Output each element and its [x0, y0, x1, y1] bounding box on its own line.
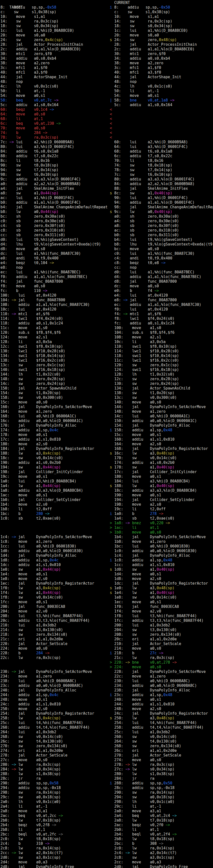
- mnemonic: lui: [18, 479, 36, 484]
- mnemonic: nop: [130, 265, 148, 270]
- address: 180:: [0, 442, 9, 446]
- address: 2a0:: [0, 800, 9, 804]
- current-line: 20: move s0,a0: [110, 33, 159, 38]
- target-line: 124: move a2,s1: [0, 335, 47, 339]
- mnemonic: addiu: [18, 683, 36, 688]
- operands: zero,0x134(s0): [36, 632, 67, 637]
- address: bc:: [0, 214, 7, 219]
- address: 1d8:: [0, 558, 9, 562]
- branch-target-arrow-icon: ~>: [126, 850, 130, 855]
- address: 18c:: [114, 488, 123, 493]
- mnemonic: move: [132, 335, 150, 339]
- mnemonic: sw: [130, 168, 148, 172]
- mnemonic: sw: [130, 19, 148, 24]
- address: 268:: [0, 735, 9, 739]
- current-line: 2d0: jal DynaPolyInfo_Free: [110, 865, 188, 868]
- mnemonic: sw: [132, 363, 150, 367]
- operands: zero,0x24(sp): [36, 381, 65, 386]
- asm-row: 1e4: move a0,s1 1d4: move a0,s1: [0, 572, 213, 577]
- mnemonic: jal: [16, 205, 34, 209]
- diff-marker: <: [110, 121, 112, 126]
- target-line: 90: sw t8,0x18(sp): [0, 163, 59, 167]
- address: 218:: [114, 651, 123, 655]
- asm-row: 80: lui a3,%hi(D_06001F4C) 64: lui a3,%h…: [0, 145, 213, 149]
- current-line: 25c: lui a1,0x3db2: [110, 730, 170, 735]
- mnemonic: addiu: [18, 781, 36, 785]
- operands: at,0x4120: [36, 307, 56, 311]
- address: c8:: [114, 261, 121, 265]
- mnemonic: move: [18, 809, 36, 813]
- current-line: a0: sh zero,0x30a(s0): [110, 214, 179, 219]
- address: 280:: [0, 763, 9, 767]
- current-line: 2c4: ~> lw a2,0x14c(t7): [110, 850, 177, 855]
- address: c4:: [0, 223, 7, 228]
- operands: a0,a3: [36, 860, 47, 864]
- mnemonic: move: [130, 14, 148, 19]
- diff-marker: |: [110, 98, 112, 102]
- mnemonic: sw: [18, 744, 36, 748]
- operands: a1,s0,0x2b0: [150, 460, 175, 465]
- asm-row: d8: move a0,s0 bc: move a0,s0: [0, 247, 213, 251]
- target-line: 64: move a0,s0: [0, 112, 45, 116]
- operands: a1,%hi(D_80A88CE0): [34, 28, 74, 33]
- address: 16c:: [0, 418, 9, 423]
- mnemonic: move: [130, 247, 148, 251]
- operands: a0,s0: [34, 284, 45, 288]
- operands: v0,at,278: [150, 660, 170, 664]
- address: 254:: [114, 720, 123, 725]
- operands: a1,s1,0x810: [36, 437, 61, 441]
- asm-row: 34: addiu a0,s0,0xb4 34: addiu a0,s0,0xb…: [0, 56, 213, 61]
- asm-row: 2bc: beql v0,at,2fc ~> 2b4: beql v0,at,2…: [0, 832, 213, 837]
- current-line: 21c: lw ra,0x3c(sp): [110, 655, 174, 660]
- current-line: 1e8: sw v0,0x14c(s0): [110, 595, 177, 600]
- mnemonic: lui: [132, 414, 150, 418]
- target-line: 20c: addiu t3,t3,%lo(func_80A87F44): [0, 618, 90, 623]
- current-line: 214: move a0,s0: [110, 646, 161, 651]
- target-line: 54: move a0,s1: [0, 93, 45, 98]
- address: 70:: [0, 126, 7, 130]
- mnemonic: move: [18, 433, 36, 437]
- current-line: 4c: lh v0,0x1c(s0): [110, 84, 172, 89]
- current-line: 260: sw v0,0x14c(s0): [110, 735, 177, 739]
- operands: v0,0x1c(s0): [148, 84, 173, 89]
- operands: ra,0x3c(sp): [150, 763, 175, 767]
- target-line: 50: li at,-1: [0, 89, 45, 93]
- address: 208:: [114, 632, 123, 637]
- operands: a0,s0: [150, 530, 161, 534]
- mnemonic: lui: [16, 145, 34, 149]
- mnemonic: lui: [130, 307, 148, 311]
- asm-row: 150: jal Actor_SpawnAsChild 134: jal Act…: [0, 386, 213, 391]
- address: 2a4:: [0, 804, 9, 809]
- address: 118:: [114, 353, 123, 358]
- target-line: 2bc: beql v0,at,2fc ~>: [0, 832, 63, 836]
- mnemonic: jal: [16, 75, 34, 79]
- operands: DynaPolyInfo_Free: [36, 865, 74, 868]
- operands: v0,1c4: [34, 107, 47, 112]
- current-line: 210: jal Actor_SetScale: [110, 642, 181, 646]
- asm-row: 2b4: beqz v0,2f8 ~> 2ac: beqz v0,2f0 ~>: [0, 823, 213, 828]
- diff-marker: <: [110, 126, 112, 130]
- operands: zero,0x28(sp): [36, 377, 65, 381]
- address: e8:: [0, 265, 7, 270]
- operands: t4,%hi(func_80A87F44): [36, 720, 83, 725]
- mnemonic: lui: [18, 544, 36, 549]
- address: 40:: [0, 70, 7, 74]
- address: 164:: [114, 442, 123, 446]
- operands: at,-1: [150, 804, 161, 809]
- operands: t2,0xff: [150, 507, 166, 511]
- mnemonic: sw: [132, 744, 150, 748]
- address: 268:: [114, 744, 123, 748]
- asm-row: 2d4: move a0,a3 2cc: move a0,a3: [0, 860, 213, 865]
- asm-row: 184: jal DynaPolyInfo_RegisterActor 168:…: [0, 446, 213, 451]
- operands: 280: [36, 512, 43, 516]
- mnemonic: move: [18, 707, 36, 711]
- current-line: 22c: move a1,zero: [110, 674, 166, 679]
- address: 7c:: [114, 173, 121, 177]
- asm-row: 2cc: ~> lw a2,0x14c(t7) 2c4: ~> lw a2,0x…: [0, 850, 213, 855]
- address: 2b4:: [114, 832, 123, 836]
- address: 178:: [114, 465, 123, 469]
- asm-row: a4: jal SkelAnime_InitFlex 88: jal SkelA…: [0, 186, 213, 191]
- current-line: 274: move a0,s0: [110, 758, 161, 763]
- mnemonic: addiu: [16, 56, 34, 61]
- diff-marker: <: [110, 135, 112, 140]
